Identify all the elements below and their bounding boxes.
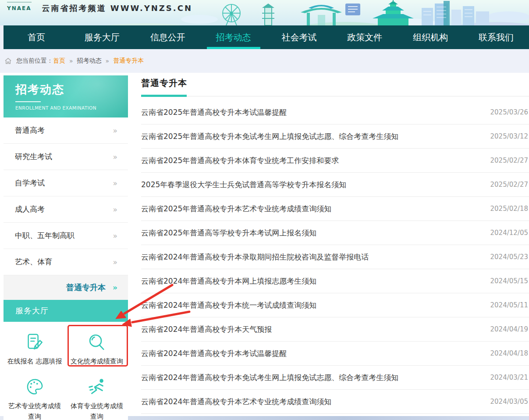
sidebar-title-rule — [15, 101, 41, 102]
news-title-link[interactable]: 云南省2024年普通高校专升本录取期间招生院校咨询及监督举报电话 — [141, 252, 369, 262]
news-row[interactable]: 云南省2024年普通高校专升本天气预报2024/04/19 — [141, 317, 529, 342]
chevron-right-icon: » — [113, 126, 117, 135]
search-icon — [87, 332, 107, 352]
news-row[interactable]: 云南省2025年普通高校专升本艺术专业统考成绩查询须知2025/02/18 — [141, 197, 529, 221]
news-date: 2024/12/05 — [490, 229, 529, 237]
breadcrumb-separator: » — [106, 57, 110, 64]
breadcrumb-link[interactable]: 招考动态 — [77, 57, 102, 65]
news-row[interactable]: 2025年春季退役大学生士兵免试普通高等学校专升本报名须知2025/02/27 — [141, 173, 529, 197]
nav-item[interactable]: 社会考试 — [266, 25, 332, 49]
news-date: 2024/04/18 — [490, 349, 529, 357]
service-item[interactable]: 艺术专业统考成绩查询 — [4, 370, 66, 420]
sidebar-menu-item[interactable]: 艺术、体育» — [4, 249, 128, 275]
sidebar-menu-label: 研究生考试 — [15, 152, 52, 162]
service-grid: 在线报名 志愿填报 文化统考成绩查询 艺术专业统考成绩查询 体育专业统考成绩查询 — [4, 322, 128, 420]
chevron-right-icon: » — [113, 231, 117, 240]
sidebar-menu-item[interactable]: 成人高考» — [4, 196, 128, 223]
service-hall-header: 服务大厅 — [4, 300, 128, 322]
sidebar-subtitle: ENROLLMENT AND EXAMINATION — [15, 105, 128, 110]
news-title-link[interactable]: 2025年春季退役大学生士兵免试普通高等学校专升本报名须知 — [141, 180, 346, 190]
news-row[interactable]: 云南省2024年普通高校专升本统一考试成绩查询须知2024/05/11 — [141, 293, 529, 317]
sidebar-menu-label: 艺术、体育 — [15, 257, 52, 267]
nav-item[interactable]: 首页 — [4, 25, 69, 49]
news-date: 2025/02/27 — [490, 157, 529, 164]
news-title-link[interactable]: 云南省2024年普通高校专升本统一考试成绩查询须知 — [141, 300, 316, 310]
form-icon — [25, 332, 45, 352]
news-title-link[interactable]: 云南省2024年普通高校专升本天气预报 — [141, 324, 272, 335]
news-row[interactable]: 云南省2024年普通高校专升本网上填报志愿考生须知2024/05/15 — [141, 269, 529, 293]
nav-item[interactable]: 信息公开 — [135, 25, 201, 49]
news-row[interactable]: 云南省2024年普通高校专升本考试温馨提醒2024/04/18 — [141, 342, 529, 366]
news-row[interactable]: 云南省2024年普通高校专升本录取期间招生院校咨询及监督举报电话2024/05/… — [141, 245, 529, 269]
news-row[interactable]: 云南省2025年普通高等学校专升本考试网上报名须知2024/12/05 — [141, 221, 529, 245]
nav-item[interactable]: 服务大厅 — [69, 25, 135, 49]
page-title: 普通专升本 — [141, 77, 529, 89]
news-title-link[interactable]: 云南省2024年普通高校专升本网上填报志愿考生须知 — [141, 276, 316, 286]
news-row[interactable]: 云南省2025年普通高校专升本考试温馨提醒2025/03/26 — [141, 100, 529, 125]
sidebar-active-label: 普通专升本 — [66, 282, 106, 293]
sidebar-menu-label: 中职、五年制高职 — [15, 231, 75, 241]
title-rule — [141, 94, 529, 96]
chevron-right-icon: » — [113, 205, 117, 214]
breadcrumb-link[interactable]: 首页 — [53, 57, 65, 65]
news-date: 2024/03/05 — [490, 398, 529, 406]
news-row[interactable]: 云南省2024年普通高校专升本免试考生网上填报免试志愿、综合考查考生须知2024… — [141, 366, 529, 390]
service-label: 在线报名 志愿填报 — [7, 356, 62, 367]
news-title-link[interactable]: 云南省2025年普通高等学校专升本考试网上报名须知 — [141, 228, 316, 238]
sidebar-item-putong-zhuanshengben-active[interactable]: 普通专升本 » — [4, 275, 128, 300]
news-row[interactable]: 云南省2025年普通高校专升本体育专业统考工作安排和要求2025/02/27 — [141, 149, 529, 173]
news-title-link[interactable]: 云南省2025年普通高校专升本艺术专业统考成绩查询须知 — [141, 204, 331, 214]
palette-icon — [25, 377, 45, 397]
sidebar: 招考动态 ENROLLMENT AND EXAMINATION 普通高考»研究生… — [4, 75, 128, 420]
chevron-right-icon: » — [113, 153, 117, 161]
sidebar-menu-item[interactable]: 中职、五年制高职» — [4, 223, 128, 249]
service-item[interactable]: 在线报名 志愿填报 — [4, 325, 66, 370]
sidebar-menu-label: 成人高考 — [15, 204, 45, 214]
news-title-link[interactable]: 云南省2025年普通高校专升本免试考生网上填报免试志愿、综合考查考生须知 — [141, 132, 398, 142]
sidebar-menu: 普通高考»研究生考试»自学考试»成人高考»中职、五年制高职»艺术、体育» — [4, 117, 128, 275]
breadcrumb-link[interactable]: 普通专升本 — [113, 57, 144, 65]
news-date: 2025/03/12 — [490, 132, 529, 140]
service-label: 文化统考成绩查询 — [71, 356, 123, 367]
nav-item[interactable]: 组织机构 — [398, 25, 463, 49]
nav-item[interactable]: 联系我们 — [463, 25, 529, 49]
breadcrumb: 您当前位置： 首页»招考动态»普通专升本 — [0, 49, 529, 73]
runner-icon — [87, 377, 107, 397]
page: YNAEA 云南省招考频道 WWW.YNZS.CN 首页服务大厅信息公开招考动态… — [0, 0, 529, 420]
nav-item[interactable]: 招考动态 — [201, 25, 266, 49]
sidebar-menu-item[interactable]: 普通高考» — [4, 117, 128, 144]
news-row[interactable]: 云南省2025年普通高校专升本免试考生网上填报免试志愿、综合考查考生须知2025… — [141, 125, 529, 149]
service-label: 艺术专业统考成绩查询 — [6, 401, 63, 420]
service-item[interactable]: 体育专业统考成绩查询 — [66, 370, 128, 420]
news-title-link[interactable]: 云南省2024年普通高校专升本考试温馨提醒 — [141, 349, 287, 359]
news-date: 2024/05/15 — [490, 277, 529, 285]
news-date: 2025/03/26 — [490, 108, 529, 116]
news-title-link[interactable]: 云南省2024年普通高校专升本免试考生网上填报免试志愿、综合考查考生须知 — [141, 373, 398, 383]
main-content: 普通专升本 云南省2025年普通高校专升本考试温馨提醒2025/03/26云南省… — [141, 77, 529, 414]
breadcrumb-separator: » — [69, 57, 73, 64]
breadcrumb-prefix: 您当前位置： — [16, 57, 53, 65]
news-list: 云南省2025年普通高校专升本考试温馨提醒2025/03/26云南省2025年普… — [141, 100, 529, 414]
sidebar-menu-label: 自学考试 — [15, 178, 45, 188]
news-title-link[interactable]: 云南省2024年普通高校专升本艺术专业统考成绩查询须知 — [141, 397, 331, 407]
main-nav: 首页服务大厅信息公开招考动态社会考试政策文件组织机构联系我们 — [4, 25, 529, 49]
sidebar-header: 招考动态 ENROLLMENT AND EXAMINATION — [4, 75, 128, 117]
site-name: 云南省招考频道 WWW.YNZS.CN — [42, 2, 192, 14]
sidebar-title: 招考动态 — [15, 82, 128, 97]
news-title-link[interactable]: 云南省2025年普通高校专升本体育专业统考工作安排和要求 — [141, 156, 339, 166]
news-date: 2024/05/23 — [490, 253, 529, 261]
title-rule-accent — [141, 95, 187, 97]
news-title-link[interactable]: 云南省2025年普通高校专升本考试温馨提醒 — [141, 107, 287, 117]
chevron-right-icon: » — [113, 258, 117, 267]
sidebar-menu-item[interactable]: 自学考试» — [4, 170, 128, 196]
chevron-right-icon: » — [113, 283, 117, 292]
nav-item[interactable]: 政策文件 — [332, 25, 398, 49]
sidebar-menu-label: 普通高考 — [15, 125, 45, 135]
site-banner: YNAEA 云南省招考频道 WWW.YNZS.CN — [0, 0, 529, 25]
chevron-right-icon: » — [113, 179, 117, 188]
news-date: 2024/05/11 — [490, 301, 529, 309]
sidebar-menu-item[interactable]: 研究生考试» — [4, 144, 128, 170]
news-row[interactable]: 云南省2024年普通高校专升本艺术专业统考成绩查询须知2024/03/05 — [141, 390, 529, 414]
news-date: 2025/02/27 — [490, 181, 529, 189]
service-item-culture-score-query[interactable]: 文化统考成绩查询 — [66, 325, 128, 370]
